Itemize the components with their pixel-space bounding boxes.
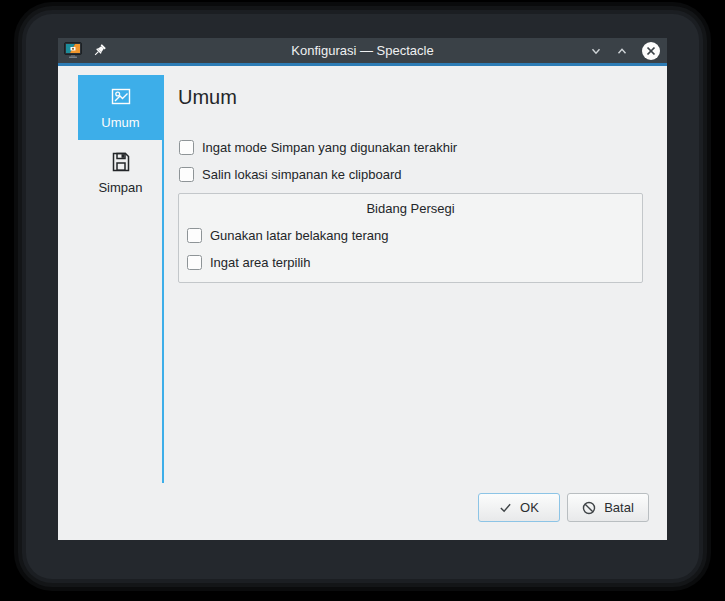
checkbox-label: Salin lokasi simpanan ke clipboard [202, 167, 401, 182]
titlebar-left [58, 42, 107, 59]
dialog-footer: OK Batal [478, 493, 649, 522]
window-title: Konfigurasi — Spectacle [291, 38, 433, 63]
cancel-button-label: Batal [604, 500, 634, 515]
cancel-button[interactable]: Batal [567, 493, 649, 522]
chevron-down-icon [589, 44, 603, 58]
image-icon [109, 85, 133, 109]
checkbox-box[interactable] [179, 167, 194, 182]
close-button[interactable] [641, 41, 661, 61]
chevron-up-icon [615, 44, 629, 58]
ok-button-label: OK [520, 500, 539, 515]
checkbox-label: Ingat area terpilih [210, 255, 310, 270]
checkbox-box[interactable] [187, 228, 202, 243]
dialog-body: Umum Simpan Umum [58, 66, 667, 540]
maximize-button[interactable] [615, 44, 629, 58]
titlebar-buttons [589, 38, 661, 63]
ok-button[interactable]: OK [478, 493, 560, 522]
save-icon [109, 150, 133, 174]
checkbox-light-background[interactable]: Gunakan latar belakang terang [187, 228, 389, 243]
page-title: Umum [178, 86, 237, 109]
checkbox-box[interactable] [179, 140, 194, 155]
titlebar[interactable]: Konfigurasi — Spectacle [58, 38, 667, 66]
sidebar-item-umum[interactable]: Umum [78, 75, 163, 140]
checkbox-copy-save-location[interactable]: Salin lokasi simpanan ke clipboard [179, 167, 401, 182]
check-icon [499, 501, 512, 514]
sidebar-item-simpan[interactable]: Simpan [78, 140, 163, 205]
close-icon [641, 41, 661, 61]
checkbox-label: Gunakan latar belakang terang [210, 228, 389, 243]
sidebar: Umum Simpan [78, 75, 163, 205]
groupbox-rectangular-region: Bidang Persegi Gunakan latar belakang te… [178, 193, 643, 283]
spectacle-app-icon [64, 42, 82, 59]
groupbox-title: Bidang Persegi [179, 201, 642, 216]
checkbox-box[interactable] [187, 255, 202, 270]
config-dialog: Konfigurasi — Spectacle [58, 38, 667, 540]
checkbox-label: Ingat mode Simpan yang digunakan terakhi… [202, 140, 457, 155]
pin-icon[interactable] [92, 43, 107, 58]
checkbox-remember-selected-area[interactable]: Ingat area terpilih [187, 255, 310, 270]
minimize-button[interactable] [589, 44, 603, 58]
sidebar-item-label: Simpan [98, 180, 142, 195]
screenshot-background: Konfigurasi — Spectacle [0, 0, 725, 601]
sidebar-item-label: Umum [101, 115, 139, 130]
checkbox-remember-save-mode[interactable]: Ingat mode Simpan yang digunakan terakhi… [179, 140, 457, 155]
cancel-icon [582, 501, 596, 515]
